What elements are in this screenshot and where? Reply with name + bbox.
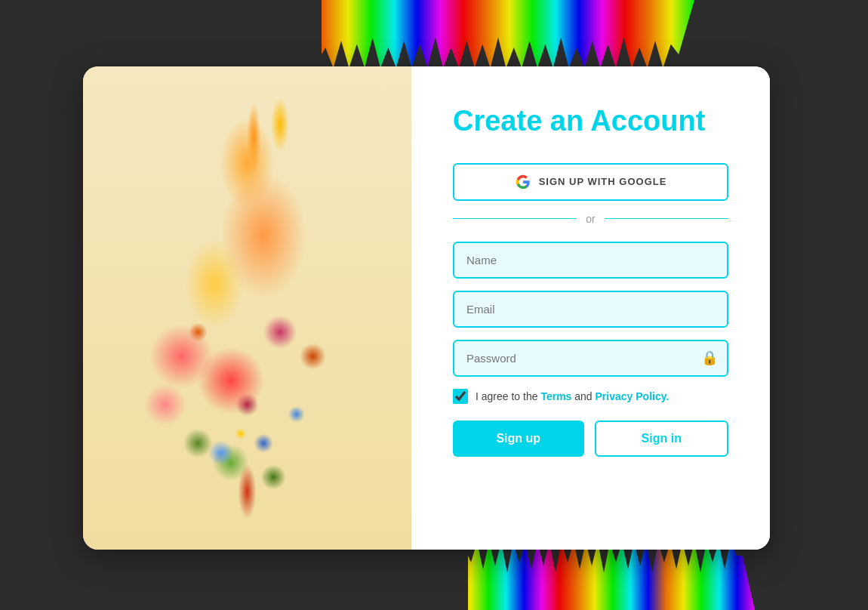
or-line-left <box>453 218 577 219</box>
action-buttons: Sign up Sign in <box>453 421 728 457</box>
floral-illustration-panel <box>83 66 411 550</box>
signup-button[interactable]: Sign up <box>453 421 584 457</box>
or-line-right <box>605 218 728 219</box>
name-input[interactable] <box>453 242 728 279</box>
terms-prefix: I agree to the <box>476 390 540 402</box>
or-label: or <box>586 213 595 225</box>
google-signup-label: SIGN UP WITH GOOGLE <box>539 176 667 187</box>
main-card: Create an Account SIGN UP WITH GOOGLE or <box>83 66 770 550</box>
terms-row: I agree to the Terms and Privacy Policy. <box>453 389 728 404</box>
form-panel: Create an Account SIGN UP WITH GOOGLE or <box>411 66 770 550</box>
or-divider: or <box>453 213 728 225</box>
floral-background <box>83 66 411 550</box>
email-input[interactable] <box>453 291 728 328</box>
google-icon <box>515 174 531 190</box>
terms-text: I agree to the Terms and Privacy Policy. <box>476 390 669 402</box>
privacy-link[interactable]: Privacy Policy. <box>596 390 669 402</box>
password-input[interactable] <box>453 340 728 377</box>
signin-button[interactable]: Sign in <box>595 421 729 457</box>
page-title: Create an Account <box>453 104 728 139</box>
password-wrapper: 🔒 <box>453 340 728 377</box>
google-signup-button[interactable]: SIGN UP WITH GOOGLE <box>453 163 728 201</box>
terms-conjunction: and <box>571 390 595 402</box>
terms-checkbox[interactable] <box>453 389 468 404</box>
terms-link[interactable]: Terms <box>540 390 571 402</box>
